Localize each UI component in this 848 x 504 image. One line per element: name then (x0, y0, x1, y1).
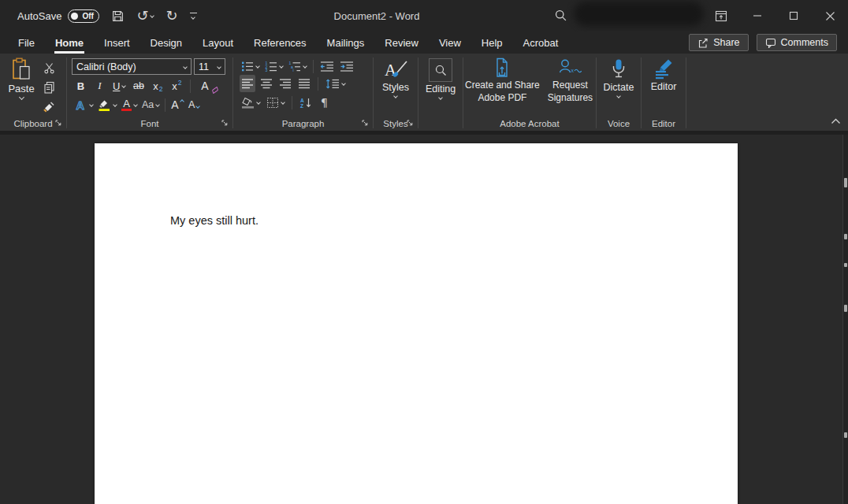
styles-dialog-launcher[interactable] (406, 119, 415, 128)
text-effects-dropdown-icon[interactable] (89, 102, 94, 107)
subscript-button[interactable]: x2 (150, 77, 165, 94)
align-center-button[interactable] (258, 75, 274, 92)
shrink-font-button[interactable]: A (187, 96, 202, 113)
microphone-icon (610, 58, 627, 80)
paste-dropdown-icon[interactable] (18, 94, 24, 100)
grow-font-button[interactable]: A (169, 96, 184, 113)
request-signatures-icon: x (558, 57, 582, 78)
comments-button[interactable]: Comments (757, 34, 837, 51)
paste-button[interactable]: Paste (0, 57, 38, 117)
tab-review[interactable]: Review (374, 32, 429, 54)
tab-home[interactable]: Home (45, 32, 94, 54)
title-bar: AutoSave Off ↺ ↻ (0, 0, 848, 32)
copy-button[interactable] (41, 80, 57, 94)
numbering-dropdown-icon[interactable] (279, 64, 284, 69)
text-effects-button[interactable]: A (73, 96, 95, 113)
font-size-combobox[interactable]: 11 (194, 58, 225, 75)
multilevel-list-button[interactable]: 1 a i (287, 57, 308, 75)
sort-button[interactable]: A Z (298, 94, 314, 111)
chevron-down-icon (191, 15, 195, 20)
italic-button[interactable]: I (92, 77, 107, 94)
vertical-scrollbar[interactable] (842, 135, 848, 504)
format-painter-button[interactable] (41, 100, 57, 114)
share-button[interactable]: Share (689, 34, 748, 51)
dictate-dropdown-icon[interactable] (616, 94, 621, 98)
dictate-button[interactable]: Dictate (597, 54, 641, 117)
document-area[interactable]: My eyes still hurt. (0, 135, 848, 504)
styles-button[interactable]: A Styles (374, 54, 418, 117)
tab-layout[interactable]: Layout (192, 32, 244, 54)
search-button[interactable] (554, 9, 567, 25)
tab-insert[interactable]: Insert (94, 32, 140, 54)
undo-dropdown-icon[interactable] (151, 13, 155, 18)
ribbon-display-options-button[interactable] (703, 0, 739, 32)
font-name-combobox[interactable]: Calibri (Body) (72, 58, 192, 75)
customize-quick-access-button[interactable] (190, 13, 197, 20)
underline-glyph: U (113, 80, 120, 92)
borders-icon (266, 97, 279, 109)
tab-acrobat[interactable]: Acrobat (513, 32, 569, 54)
save-button[interactable] (111, 9, 125, 23)
align-right-button[interactable] (277, 75, 293, 92)
voice-group-label: Voice (608, 119, 630, 128)
tab-design[interactable]: Design (140, 32, 192, 54)
shading-dropdown-icon[interactable] (256, 100, 261, 105)
line-spacing-dropdown-icon[interactable] (341, 81, 346, 86)
change-case-dropdown-icon[interactable] (155, 102, 160, 107)
redo-button[interactable]: ↻ (166, 9, 177, 23)
minimize-button[interactable] (739, 0, 775, 32)
clipboard-dialog-launcher[interactable] (54, 119, 63, 128)
close-button[interactable] (812, 0, 848, 32)
bullets-dropdown-icon[interactable] (255, 64, 260, 69)
font-color-dropdown-icon[interactable] (133, 102, 138, 107)
justify-button[interactable] (296, 75, 312, 92)
tab-view[interactable]: View (429, 32, 471, 54)
editor-button[interactable]: Editor (642, 54, 686, 117)
request-signatures-button[interactable]: x Request Signatures (545, 57, 596, 117)
justify-icon (298, 78, 311, 89)
change-case-button[interactable]: Aa (140, 96, 161, 113)
autosave-switch[interactable]: Off (68, 9, 99, 23)
maximize-button[interactable] (775, 0, 812, 32)
bullets-button[interactable] (240, 57, 261, 75)
document-body-text[interactable]: My eyes still hurt. (170, 214, 258, 227)
undo-button[interactable]: ↺ (136, 9, 154, 23)
editing-button[interactable]: Editing (418, 54, 463, 117)
grow-font-glyph: A (171, 98, 178, 111)
superscript-button[interactable]: x2 (169, 77, 184, 94)
tab-file[interactable]: File (8, 32, 45, 54)
create-share-pdf-button[interactable]: Create and Share Adobe PDF (463, 57, 541, 117)
tab-references[interactable]: References (244, 32, 316, 54)
align-right-icon (279, 78, 292, 89)
align-left-button[interactable] (240, 75, 255, 92)
font-dialog-launcher[interactable] (221, 119, 229, 128)
tab-help[interactable]: Help (471, 32, 513, 54)
cut-button[interactable] (41, 61, 57, 75)
editing-dropdown-icon[interactable] (438, 95, 443, 100)
collapse-ribbon-button[interactable] (831, 113, 841, 128)
shading-button[interactable] (240, 94, 262, 111)
borders-dropdown-icon[interactable] (281, 100, 285, 105)
autosave-toggle[interactable]: AutoSave Off (17, 9, 99, 23)
increase-indent-button[interactable] (338, 57, 355, 75)
bold-button[interactable]: B (73, 77, 88, 94)
borders-button[interactable] (265, 94, 286, 111)
numbering-button[interactable]: 1 2 3 (263, 57, 285, 75)
document-page[interactable]: My eyes still hurt. (95, 143, 738, 504)
underline-button[interactable]: U (111, 77, 127, 94)
decrease-indent-button[interactable] (318, 57, 336, 75)
align-center-icon (260, 78, 273, 89)
clear-formatting-button[interactable]: A (197, 77, 212, 94)
show-hide-marks-button[interactable]: ¶ (317, 94, 332, 111)
highlight-dropdown-icon[interactable] (113, 102, 117, 107)
line-spacing-button[interactable] (324, 75, 347, 92)
text-highlight-button[interactable] (96, 96, 118, 113)
styles-dropdown-icon[interactable] (393, 94, 398, 98)
autosave-state: Off (82, 12, 93, 20)
font-color-button[interactable]: A (120, 96, 139, 113)
paragraph-dialog-launcher[interactable] (361, 119, 370, 128)
multilevel-dropdown-icon[interactable] (303, 64, 307, 69)
underline-dropdown-icon[interactable] (122, 83, 127, 88)
strikethrough-button[interactable]: ab (131, 77, 146, 94)
tab-mailings[interactable]: Mailings (317, 32, 375, 54)
